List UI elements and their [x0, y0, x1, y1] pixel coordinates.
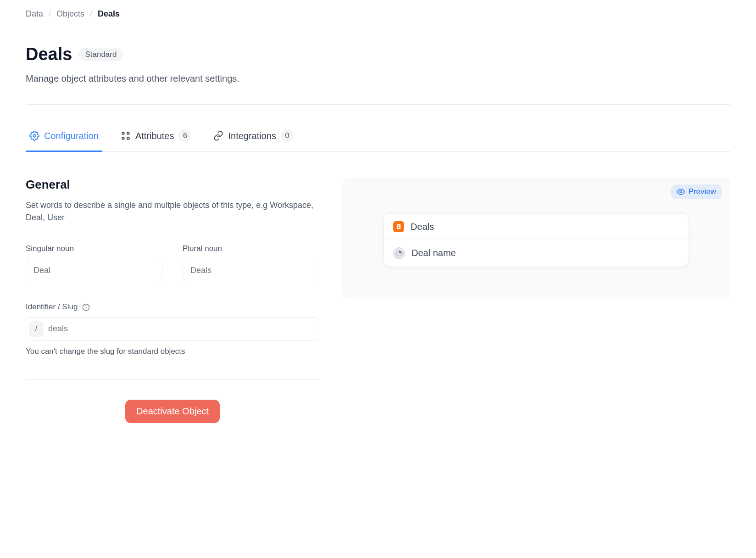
slug-group: Identifier / Slug / You can't change the… — [26, 302, 319, 356]
page-title: Deals — [26, 45, 72, 64]
page-subtitle: Manage object attributes and other relev… — [26, 73, 730, 84]
preview-panel: Preview Deals — [342, 178, 730, 299]
preview-card: Deals Deal name — [384, 214, 689, 267]
slug-prefix: / — [29, 321, 44, 337]
svg-point-8 — [679, 191, 682, 193]
preview-badge: Preview — [671, 184, 722, 199]
preview-header-label: Deals — [411, 222, 434, 232]
tab-integrations[interactable]: Integrations 0 — [210, 129, 297, 152]
slug-label: Identifier / Slug — [26, 302, 78, 312]
deactivate-object-button[interactable]: Deactivate Object — [125, 400, 220, 423]
header-divider — [26, 104, 730, 105]
singular-noun-group: Singular noun — [26, 244, 162, 282]
slug-input-wrap: / — [26, 317, 319, 340]
preview-badge-label: Preview — [689, 187, 716, 196]
tab-count-badge: 6 — [178, 129, 191, 142]
preview-card-header: Deals — [384, 214, 689, 240]
tab-label: Integrations — [228, 131, 276, 141]
general-section-title: General — [26, 178, 319, 192]
svg-point-0 — [33, 134, 36, 137]
svg-point-7 — [86, 305, 87, 306]
breadcrumb-separator: / — [49, 9, 51, 19]
preview-card-item: Deal name — [384, 240, 689, 267]
plural-noun-group: Plural noun — [183, 244, 319, 282]
slug-input[interactable] — [44, 320, 316, 337]
eye-icon — [677, 188, 685, 196]
tabs: Configuration Attributes 6 Integrations … — [26, 129, 730, 152]
breadcrumb-current: Deals — [98, 9, 120, 19]
svg-point-2 — [127, 132, 129, 134]
singular-noun-label: Singular noun — [26, 244, 162, 253]
slug-hint: You can't change the slug for standard o… — [26, 347, 319, 356]
deal-item-icon — [393, 247, 405, 259]
tab-attributes[interactable]: Attributes 6 — [117, 129, 195, 152]
gear-icon — [29, 131, 39, 141]
tab-label: Attributes — [135, 131, 174, 141]
grid-icon — [121, 131, 131, 141]
standard-badge: Standard — [78, 48, 123, 61]
page-header: Deals Standard Manage object attributes … — [26, 45, 730, 84]
section-divider — [26, 379, 319, 379]
plural-noun-label: Plural noun — [183, 244, 319, 253]
link-icon — [213, 131, 223, 141]
breadcrumb-link-objects[interactable]: Objects — [56, 9, 84, 19]
plural-noun-input[interactable] — [183, 259, 319, 282]
svg-rect-4 — [127, 137, 129, 140]
deals-icon — [393, 221, 404, 232]
preview-item-label: Deal name — [411, 248, 456, 259]
singular-noun-input[interactable] — [26, 259, 162, 282]
info-icon[interactable] — [82, 303, 90, 311]
breadcrumb-link-data[interactable]: Data — [26, 9, 43, 19]
svg-point-1 — [122, 132, 124, 134]
breadcrumb: Data / Objects / Deals — [26, 9, 730, 19]
tab-configuration[interactable]: Configuration — [26, 129, 102, 152]
tab-count-badge: 0 — [281, 129, 294, 142]
svg-point-3 — [122, 137, 124, 140]
general-section-description: Set words to describe a single and multp… — [26, 199, 319, 224]
tab-label: Configuration — [44, 131, 99, 141]
breadcrumb-separator: / — [90, 9, 92, 19]
